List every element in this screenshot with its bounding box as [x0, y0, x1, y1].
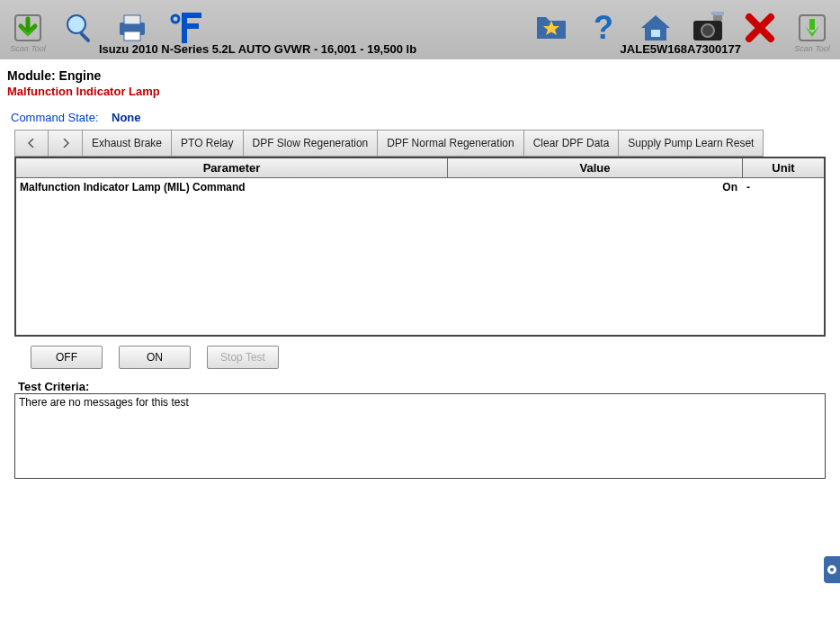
svg-point-10 — [701, 24, 714, 37]
off-button[interactable]: OFF — [31, 346, 103, 369]
printer-icon — [114, 10, 150, 46]
table-header: Parameter Value Unit — [16, 158, 824, 178]
screenshot-button[interactable] — [687, 10, 728, 46]
scan-tool-right-label: Scan Tool — [794, 44, 830, 53]
command-state-row: Command State: None — [11, 111, 833, 124]
download-arrow-icon — [794, 10, 830, 46]
svg-text:?: ? — [594, 10, 613, 46]
tabs-row: Exhaust Brake PTO Relay DPF Slow Regener… — [14, 130, 833, 157]
fahrenheit-icon — [166, 10, 202, 46]
magnifier-icon — [62, 10, 98, 46]
control-buttons: OFF ON Stop Test — [7, 337, 833, 376]
svg-rect-11 — [713, 15, 722, 21]
search-button[interactable] — [59, 10, 101, 46]
house-icon — [638, 10, 674, 46]
svg-rect-5 — [124, 32, 140, 40]
top-toolbar: Scan Tool ? — [0, 0, 840, 59]
table-row[interactable]: Malfunction Indicator Lamp (MIL) Command… — [16, 178, 824, 196]
x-icon — [742, 10, 778, 46]
th-unit: Unit — [743, 158, 824, 177]
question-icon: ? — [585, 10, 621, 46]
cell-value: On — [448, 181, 743, 194]
cell-unit: - — [743, 181, 824, 194]
content-area: Module: Engine Malfunction Indicator Lam… — [0, 59, 840, 486]
on-button[interactable]: ON — [119, 346, 191, 369]
th-value: Value — [448, 158, 743, 177]
svg-rect-12 — [711, 12, 724, 15]
data-table: Parameter Value Unit Malfunction Indicat… — [14, 157, 826, 337]
criteria-box: There are no messages for this test — [14, 393, 826, 479]
svg-rect-14 — [809, 19, 815, 30]
tab-exhaust-brake[interactable]: Exhaust Brake — [83, 130, 172, 157]
tab-dpf-slow-regen[interactable]: DPF Slow Regeneration — [244, 130, 379, 157]
print-button[interactable] — [112, 10, 153, 46]
svg-rect-8 — [651, 30, 660, 37]
folder-star-icon — [533, 10, 569, 46]
temp-unit-button[interactable] — [164, 10, 205, 46]
close-button[interactable] — [739, 10, 781, 46]
help-button[interactable]: ? — [583, 10, 624, 46]
svg-rect-2 — [79, 32, 91, 43]
vehicle-info: Isuzu 2010 N-Series 5.2L AUTO GVWR - 16,… — [99, 42, 416, 56]
command-state-value: None — [112, 111, 141, 124]
tab-dpf-normal-regen[interactable]: DPF Normal Regeneration — [378, 130, 523, 157]
tab-pto-relay[interactable]: PTO Relay — [172, 130, 243, 157]
side-panel-toggle[interactable] — [824, 556, 840, 583]
criteria-label: Test Criteria: — [7, 380, 833, 393]
svg-point-6 — [172, 15, 179, 22]
module-sublabel: Malfunction Indicator Lamp — [7, 85, 833, 98]
tab-clear-dpf-data[interactable]: Clear DPF Data — [524, 130, 620, 157]
svg-rect-4 — [124, 15, 140, 24]
download-arrow-icon — [10, 10, 46, 46]
svg-point-1 — [67, 15, 85, 33]
stop-test-button: Stop Test — [207, 346, 279, 369]
chevron-right-icon — [62, 139, 69, 148]
command-state-label: Command State: — [11, 111, 99, 124]
vin-text: JALE5W168A7300177 — [621, 42, 741, 56]
module-label: Module: Engine — [7, 68, 833, 83]
favorites-button[interactable] — [531, 10, 572, 46]
scan-tool-right[interactable]: Scan Tool — [791, 10, 833, 53]
scan-tool-left-label: Scan Tool — [10, 44, 46, 53]
cell-parameter: Malfunction Indicator Lamp (MIL) Command — [16, 181, 448, 194]
side-tab-icon — [827, 564, 837, 575]
criteria-message: There are no messages for this test — [19, 396, 821, 409]
svg-point-16 — [830, 568, 834, 572]
camera-icon — [690, 10, 726, 46]
scan-tool-left[interactable]: Scan Tool — [7, 10, 49, 53]
tab-nav-prev[interactable] — [14, 130, 49, 157]
tab-supply-pump-learn[interactable]: Supply Pump Learn Reset — [619, 130, 764, 157]
home-button[interactable] — [635, 10, 676, 46]
tab-nav-next[interactable] — [49, 130, 83, 157]
th-parameter: Parameter — [16, 158, 448, 177]
chevron-left-icon — [28, 139, 35, 148]
